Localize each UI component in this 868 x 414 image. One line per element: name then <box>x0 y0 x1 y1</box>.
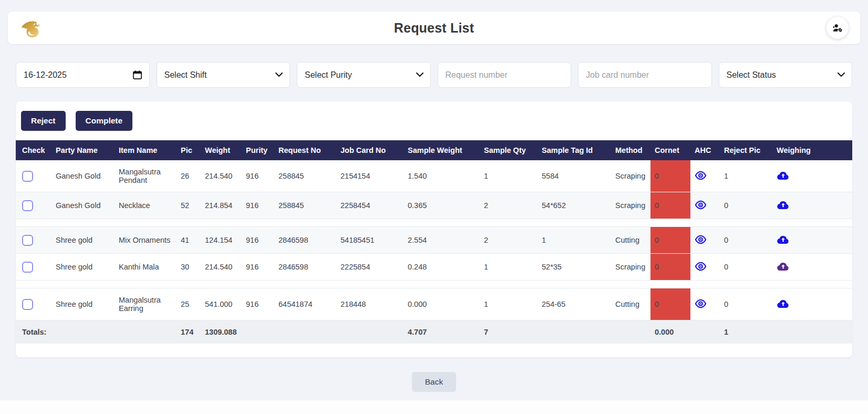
sample-qty-cell: 2 <box>480 227 538 254</box>
weight-cell: 214.540 <box>201 254 242 281</box>
column-header: Cornet <box>650 140 690 160</box>
footer-strip <box>0 400 868 414</box>
bulk-action-row: Reject Complete <box>16 111 852 140</box>
row-checkbox[interactable] <box>22 262 33 273</box>
date-input[interactable] <box>24 70 142 80</box>
column-header: Weighing <box>772 140 841 160</box>
column-header: Request No <box>274 140 336 160</box>
party-name-cell: Shree gold <box>51 227 115 254</box>
row-checkbox[interactable] <box>22 200 33 211</box>
group-spacer-row <box>16 219 852 227</box>
ahc-view-eye-icon[interactable] <box>695 235 707 244</box>
weighing-upload-icon[interactable] <box>777 298 790 308</box>
back-button[interactable]: Back <box>412 372 456 392</box>
totals-cornet: 0.000 <box>650 320 690 344</box>
item-name-cell: Mangalsutra Pendant <box>115 160 177 192</box>
job-card-no-cell: 2225854 <box>336 254 404 281</box>
status-select[interactable]: Select Status <box>727 70 845 79</box>
sample-weight-cell: 1.540 <box>404 160 480 192</box>
request-table-totals: Totals: 174 1309.088 4.707 7 0.000 1 <box>16 320 852 344</box>
item-name-cell: Kanthi Mala <box>115 254 177 281</box>
column-header: Pic <box>177 140 201 160</box>
reject-button[interactable]: Reject <box>21 111 66 131</box>
purity-cell: 916 <box>242 160 274 192</box>
ahc-view-eye-icon[interactable] <box>695 200 707 210</box>
column-header: Weight <box>201 140 242 160</box>
column-header-cutoff <box>841 140 852 160</box>
header-row: CheckParty NameItem NamePicWeightPurityR… <box>16 140 852 160</box>
row-checkbox[interactable] <box>22 299 33 310</box>
column-header: Sample Weight <box>404 140 480 160</box>
pic-cell: 41 <box>177 227 201 254</box>
pic-cell: 25 <box>177 288 201 320</box>
column-header: Job Card No <box>336 140 404 160</box>
gold-phoenix-logo <box>19 15 45 40</box>
cornet-cell: 0 <box>650 160 690 192</box>
request-number-input[interactable] <box>446 70 564 80</box>
status-select-field: Select Status <box>719 62 853 88</box>
item-name-cell: Mix Ornaments <box>115 227 177 254</box>
column-header: Sample Qty <box>480 140 538 160</box>
party-name-cell: Ganesh Gold <box>51 160 115 192</box>
purity-select[interactable]: Select Purity <box>305 70 423 79</box>
job-card-no-cell: 2154154 <box>336 160 404 192</box>
back-row: Back <box>0 372 868 392</box>
pic-cell: 26 <box>177 160 201 192</box>
table-row: Ganesh Gold Mangalsutra Pendant 26 214.5… <box>16 160 852 192</box>
job-card-no-cell: 54185451 <box>336 227 404 254</box>
method-cell: Scraping <box>611 192 650 219</box>
pic-cell: 30 <box>177 254 201 281</box>
totals-weight: 1309.088 <box>201 320 242 344</box>
column-header: AHC <box>690 140 720 160</box>
request-no-cell: 258845 <box>274 160 336 192</box>
item-name-cell: Necklace <box>115 192 177 219</box>
app-header: Request List <box>8 12 860 44</box>
shift-select-field: Select Shift <box>157 62 291 88</box>
sample-tag-id-cell: 1 <box>538 227 611 254</box>
row-checkbox[interactable] <box>22 235 33 246</box>
totals-pic: 174 <box>177 320 201 344</box>
cornet-cell: 0 <box>650 192 690 219</box>
table-row: Shree gold Mangalsutra Earring 25 541.00… <box>16 288 852 320</box>
column-header: Check <box>16 140 51 160</box>
request-table-wrapper[interactable]: CheckParty NameItem NamePicWeightPurityR… <box>16 140 852 344</box>
request-no-cell: 2846598 <box>274 227 336 254</box>
weighing-upload-icon[interactable] <box>777 261 790 271</box>
weighing-upload-icon[interactable] <box>777 170 790 180</box>
column-header: Party Name <box>51 140 115 160</box>
weighing-upload-icon[interactable] <box>777 200 790 210</box>
purity-cell: 916 <box>242 227 274 254</box>
method-cell: Scraping <box>611 254 650 281</box>
request-table-body: Ganesh Gold Mangalsutra Pendant 26 214.5… <box>16 160 852 320</box>
column-header: Item Name <box>115 140 177 160</box>
job-card-no-cell: 218448 <box>336 288 404 320</box>
column-header: Method <box>611 140 650 160</box>
date-field[interactable] <box>16 62 150 88</box>
column-header: Sample Tag Id <box>538 140 611 160</box>
ahc-view-eye-icon[interactable] <box>695 262 707 271</box>
shift-select[interactable]: Select Shift <box>164 70 283 79</box>
weight-cell: 214.854 <box>201 192 242 219</box>
complete-button[interactable]: Complete <box>76 111 133 131</box>
ahc-view-eye-icon[interactable] <box>695 171 707 180</box>
sample-tag-id-cell: 254-65 <box>538 288 611 320</box>
job-card-number-field <box>578 62 712 88</box>
table-row: Shree gold Kanthi Mala 30 214.540 916 28… <box>16 254 852 281</box>
method-cell: Scraping <box>611 160 650 192</box>
job-card-no-cell: 2258454 <box>336 192 404 219</box>
row-checkbox[interactable] <box>22 171 33 182</box>
purity-select-field: Select Purity <box>297 62 431 88</box>
pic-cell: 52 <box>177 192 201 219</box>
users-gear-icon[interactable] <box>826 17 849 39</box>
weighing-upload-icon[interactable] <box>777 234 790 244</box>
totals-label: Totals: <box>16 320 177 344</box>
totals-row: Totals: 174 1309.088 4.707 7 0.000 1 <box>16 320 852 344</box>
sample-qty-cell: 1 <box>480 288 538 320</box>
column-header: Purity <box>242 140 274 160</box>
reject-pic-cell: 1 <box>720 160 772 192</box>
purity-cell: 916 <box>242 288 274 320</box>
party-name-cell: Ganesh Gold <box>51 192 115 219</box>
ahc-view-eye-icon[interactable] <box>695 299 707 308</box>
job-card-number-input[interactable] <box>586 70 704 80</box>
request-no-cell: 258845 <box>274 192 336 219</box>
